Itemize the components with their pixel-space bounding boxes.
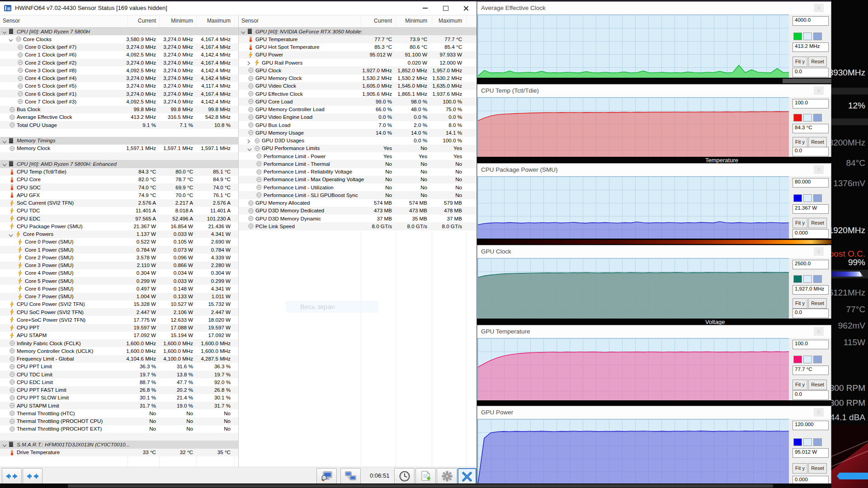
sensor-row[interactable]: CPU Package Power (SMU)21.367 W16.854 W2…	[0, 222, 238, 230]
title-bar[interactable]: HWiNFO64 v7.02-4430 Sensor Status [169 v…	[0, 1, 476, 15]
sensor-row[interactable]: Core+SoC Power (SVI2 TFN)17.775 W12.633 …	[0, 316, 238, 324]
chevron-down-icon[interactable]	[247, 146, 252, 152]
sensor-row[interactable]: Core 1 Clock (perf #6)4,092.5 MHz3,274.0…	[0, 51, 238, 59]
sensor-row[interactable]: Performance Limit - Max Operating Voltag…	[239, 176, 476, 183]
sensor-row[interactable]: GPU Memory Allocated574 MB574 MB579 MB	[239, 199, 476, 207]
reset-button[interactable]: Reset	[808, 380, 827, 390]
background-color-swatch[interactable]	[803, 114, 812, 122]
graph-plot-area[interactable]	[477, 176, 789, 239]
fit-y-button[interactable]: Fit y	[793, 218, 807, 228]
background-color-swatch[interactable]	[803, 275, 812, 283]
sensor-row[interactable]: CPU PPT19.597 W17.088 W19.597 W	[0, 324, 238, 332]
chevron-down-icon[interactable]	[241, 29, 245, 35]
sensor-row[interactable]: GPU D3D Memory Dedicated473 MB473 MB478 …	[239, 207, 476, 215]
sensor-row[interactable]: Thermal Throttling (PROCHOT CPU)NoNoNo	[0, 418, 238, 425]
fit-y-button[interactable]: Fit y	[793, 463, 807, 474]
sensor-row[interactable]: Performance Limit - Reliability VoltageN…	[239, 168, 476, 176]
reset-button[interactable]: Reset	[808, 298, 827, 309]
reset-button[interactable]: Reset	[808, 218, 827, 228]
sensor-row[interactable]: Core 1 Power (SMU)0.784 W0.073 W0.784 W	[0, 246, 238, 253]
sensor-row[interactable]: Core 0 Power (SMU)0.522 W0.105 W2.690 W	[0, 238, 238, 246]
reset-button[interactable]: Reset	[808, 137, 827, 147]
sensor-row[interactable]: GPU D3D Memory Dynamic37 MB35 MB37 MB	[239, 215, 476, 222]
y-max-input[interactable]: 4000.0	[793, 16, 829, 26]
expand-columns-button[interactable]	[2, 468, 22, 484]
graph-close-icon[interactable]: x	[814, 327, 824, 336]
report-button[interactable]	[415, 468, 436, 484]
sensor-row[interactable]: Core 2 Clock (perf #2)3,274.0 MHz3,274.0…	[0, 59, 238, 66]
graph-title-bar[interactable]: GPU Powerx	[477, 406, 831, 419]
sensor-row[interactable]: APU STAPM Limit31.7 %19.0 %31.7 %	[0, 402, 238, 409]
sensor-row[interactable]: GPU Hot Spot Temperature85.3 °C80.6 °C85…	[239, 43, 476, 51]
sensor-row[interactable]: CPU Core Power (SVI2 TFN)15.328 W10.527 …	[0, 300, 238, 308]
sensor-row[interactable]: SoC Current (SVI2 TFN)2.576 A2.217 A2.57…	[0, 199, 238, 207]
sensor-row[interactable]: Thermal Throttling (PROCHOT EXT)NoNoNo	[0, 425, 238, 433]
grid-color-swatch[interactable]	[813, 356, 822, 363]
sensor-row[interactable]: Performance Limit - UtilizationNoNoNo	[239, 183, 476, 191]
fit-y-button[interactable]: Fit y	[793, 56, 807, 67]
sensor-row[interactable]: CPU SOC74.0 °C69.9 °C74.0 °C	[0, 183, 238, 191]
sensor-section-row[interactable]: Memory Timings	[0, 137, 238, 145]
background-color-swatch[interactable]	[803, 356, 812, 363]
sensor-row[interactable]: CPU EDC Limit88.7 %47.7 %92.0 %	[0, 378, 238, 386]
sensor-row[interactable]: Core 6 Clock (perf #1)3,274.0 MHz3,274.0…	[0, 90, 238, 98]
graph-title-bar[interactable]: GPU Clockx	[477, 245, 831, 258]
fit-y-button[interactable]: Fit y	[793, 298, 807, 309]
chevron-right-icon[interactable]	[247, 61, 250, 66]
reset-button[interactable]: Reset	[808, 56, 827, 67]
sensor-section-row[interactable]: CPU [#0]: AMD Ryzen 7 5800H	[0, 28, 238, 35]
sensor-row[interactable]: GPU Memory Controller Load66.0 %48.0 %75…	[239, 106, 476, 113]
sensor-row[interactable]: Bus Clock99.8 MHz99.8 MHz99.8 MHz	[0, 106, 238, 113]
sensor-section-row[interactable]: S.M.A.R.T.: HFM001TD3JX013N (CY0CT0010..…	[0, 441, 238, 448]
sensor-row[interactable]: Performance Limit - PowerYesYesYes	[239, 152, 476, 160]
sensor-row[interactable]: Memory Clock1,597.1 MHz1,597.1 MHz1,597.…	[0, 145, 238, 152]
sensor-row[interactable]: GPU Memory Clock1,530.2 MHz1,530.2 MHz1,…	[239, 75, 476, 82]
clock-settings-button[interactable]	[394, 468, 415, 484]
minimize-button[interactable]	[415, 1, 435, 15]
series-color-swatch[interactable]	[793, 114, 802, 122]
sensor-row[interactable]: GPU D3D Usages0.0 %100.0 %	[239, 137, 476, 145]
close-sensors-button[interactable]	[458, 468, 476, 485]
graph-close-icon[interactable]: x	[814, 408, 824, 417]
sensor-row[interactable]: PCIe Link Speed8.0 GT/s8.0 GT/s8.0 GT/s	[239, 222, 476, 230]
sensor-row[interactable]: Performance Limit - ThermalNoNoNo	[239, 160, 476, 168]
y-min-input[interactable]: 0.0	[793, 68, 829, 77]
sensor-row[interactable]: Core 4 Power (SMU)0.304 W0.034 W0.304 W	[0, 269, 238, 277]
sensor-row[interactable]: Core 0 Clock (perf #7)3,274.0 MHz3,274.0…	[0, 43, 238, 51]
remote-monitoring-button[interactable]	[340, 468, 361, 484]
sensor-row[interactable]: GPU Rail Powers0.020 W12.000 W	[239, 59, 476, 66]
sensor-row[interactable]: CPU PPT FAST Limit26.8 %20.2 %26.8 %	[0, 386, 238, 394]
sensor-row[interactable]: GPU Power95.012 W91.100 W97.933 W	[239, 51, 476, 59]
graph-title-bar[interactable]: GPU Temperaturex	[477, 325, 831, 338]
y-max-input[interactable]: 120.000	[793, 421, 829, 430]
settings-button[interactable]	[437, 468, 457, 484]
sensor-row[interactable]: GPU Effective Clock1,905.6 MHz1,865.1 MH…	[239, 90, 476, 98]
series-color-swatch[interactable]	[793, 194, 802, 202]
current-value-box[interactable]: 413.2 MHz	[793, 42, 829, 52]
sensor-row[interactable]: CPU TDC11.401 A8.018 A11.401 A	[0, 207, 238, 215]
close-button[interactable]	[456, 1, 476, 15]
sensor-row[interactable]: Infinity Fabric Clock (FCLK)1,600.0 MHz1…	[0, 339, 238, 347]
sensor-row[interactable]: Core 4 Clock (perf #4)3,274.0 MHz3,274.0…	[0, 75, 238, 82]
current-value-box[interactable]: 84.3 °C	[793, 124, 829, 133]
graph-plot-area[interactable]	[477, 338, 789, 401]
y-min-input[interactable]: 0.0	[793, 390, 829, 400]
sensor-row[interactable]: GPU Video Clock1,605.0 MHz1,545.0 MHz1,6…	[239, 82, 476, 90]
sensor-row[interactable]: CPU TDC Limit19.7 %13.8 %19.7 %	[0, 371, 238, 378]
chevron-down-icon[interactable]	[2, 442, 7, 448]
graph-scroll-strip[interactable]: Temperature	[477, 157, 831, 163]
grid-color-swatch[interactable]	[813, 438, 822, 446]
sensor-row[interactable]: GPU Temperature77.7 °C73.9 °C77.7 °C	[239, 35, 476, 43]
grid-color-swatch[interactable]	[813, 194, 822, 202]
sensor-row[interactable]: Drive Temperature33 °C32 °C35 °C	[0, 449, 238, 456]
sensor-row[interactable]: Thermal Throttling (HTC)NoNoNo	[0, 409, 238, 417]
sensor-row[interactable]: CPU PPT Limit36.3 %31.6 %36.3 %	[0, 363, 238, 371]
column-header[interactable]: SensorCurrentMinimumMaximum	[0, 15, 238, 28]
current-value-box[interactable]: 77.7 °C	[793, 366, 829, 375]
current-value-box[interactable]: 95.012 W	[793, 448, 829, 458]
background-color-swatch[interactable]	[803, 438, 812, 446]
maximize-button[interactable]	[435, 1, 456, 15]
graph-scroll-strip[interactable]: Voltage	[477, 319, 831, 325]
graph-title-bar[interactable]: CPU Package Power (SMU)x	[477, 164, 831, 176]
chevron-down-icon[interactable]	[2, 162, 7, 168]
